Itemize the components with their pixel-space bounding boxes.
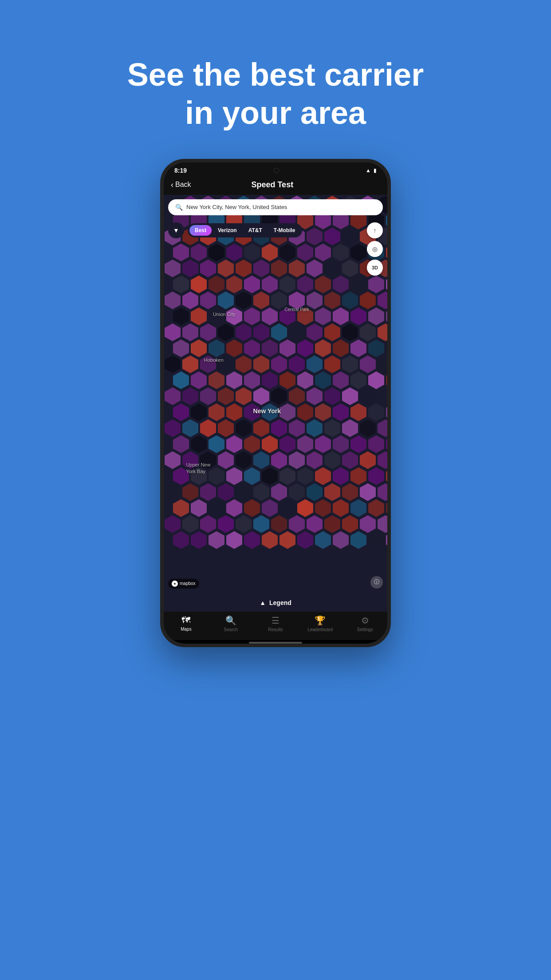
back-label: Back <box>175 181 191 189</box>
hex-grid <box>164 195 387 612</box>
leaderboard-label: Leaderboard <box>307 627 333 632</box>
search-map-icon: 🔍 <box>175 204 183 211</box>
status-bar: 8:19 ▲ ▮ <box>164 162 387 177</box>
legend-label: Legend <box>269 599 291 606</box>
hero-title: See the best carrier in your area <box>92 55 459 132</box>
nav-bar: ‹ Back Speed Test <box>164 177 387 195</box>
location-button[interactable]: ◎ <box>367 241 383 257</box>
nav-title: Speed Test <box>191 180 354 190</box>
back-chevron-icon: ‹ <box>171 180 173 190</box>
compass-button[interactable]: ↑ <box>367 222 383 238</box>
legend-bar[interactable]: ▲ Legend <box>177 594 374 612</box>
mapbox-icon: ● <box>172 581 178 587</box>
back-button[interactable]: ‹ Back <box>171 180 191 190</box>
camera-notch <box>274 168 279 173</box>
home-indicator <box>249 642 302 644</box>
leaderboard-icon: 🏆 <box>315 615 326 626</box>
map-controls: ↑ ◎ 3D <box>367 222 383 276</box>
pill-att[interactable]: AT&T <box>243 225 268 236</box>
3d-button[interactable]: 3D <box>367 260 383 276</box>
status-icons: ▲ ▮ <box>366 167 377 174</box>
search-value: New York City, New York, United States <box>186 204 287 210</box>
info-button[interactable]: ⓘ <box>370 576 383 589</box>
nav-results[interactable]: ☰ Results <box>253 615 298 632</box>
wifi-icon: ▲ <box>366 167 371 174</box>
search-bar[interactable]: 🔍 New York City, New York, United States <box>168 199 383 215</box>
phone-screen: 8:19 ▲ ▮ ‹ Back Speed Test Union City Ce… <box>164 162 387 644</box>
mapbox-label: mapbox <box>180 581 196 586</box>
nav-settings[interactable]: ⚙ Settings <box>342 615 387 632</box>
bottom-nav: 🗺 Maps 🔍 Search ☰ Results 🏆 Leaderboard … <box>164 612 387 640</box>
nav-maps[interactable]: 🗺 Maps <box>164 615 209 632</box>
info-icon: ⓘ <box>374 578 379 586</box>
pill-verizon[interactable]: Verizon <box>213 225 242 236</box>
battery-icon: ▮ <box>374 167 377 174</box>
results-icon: ☰ <box>272 615 279 626</box>
map-area[interactable]: Union City Central Park Hoboken New York… <box>164 195 387 612</box>
hero-section: See the best carrier in your area <box>56 29 495 132</box>
search-nav-icon: 🔍 <box>225 615 236 626</box>
maps-label: Maps <box>181 627 191 632</box>
filter-button[interactable]: ▼ <box>168 222 184 238</box>
carrier-pills: Best Verizon AT&T T-Mobile <box>188 223 302 237</box>
nav-search[interactable]: 🔍 Search <box>209 615 253 632</box>
compass-icon: ↑ <box>374 227 377 234</box>
pill-best[interactable]: Best <box>189 225 212 236</box>
nav-leaderboard[interactable]: 🏆 Leaderboard <box>298 615 342 632</box>
legend-chevron-icon: ▲ <box>260 599 266 606</box>
phone-frame: 8:19 ▲ ▮ ‹ Back Speed Test Union City Ce… <box>160 159 391 647</box>
results-label: Results <box>268 627 283 632</box>
filter-row: ▼ Best Verizon AT&T T-Mobile <box>168 222 383 238</box>
location-icon: ◎ <box>372 245 378 253</box>
maps-icon: 🗺 <box>181 615 190 625</box>
pill-tmobile[interactable]: T-Mobile <box>268 225 301 236</box>
settings-label: Settings <box>357 627 373 632</box>
settings-icon: ⚙ <box>361 615 369 626</box>
mapbox-logo: ● mapbox <box>168 579 199 589</box>
status-time: 8:19 <box>174 167 187 174</box>
filter-icon: ▼ <box>173 227 179 234</box>
search-nav-label: Search <box>224 627 238 632</box>
